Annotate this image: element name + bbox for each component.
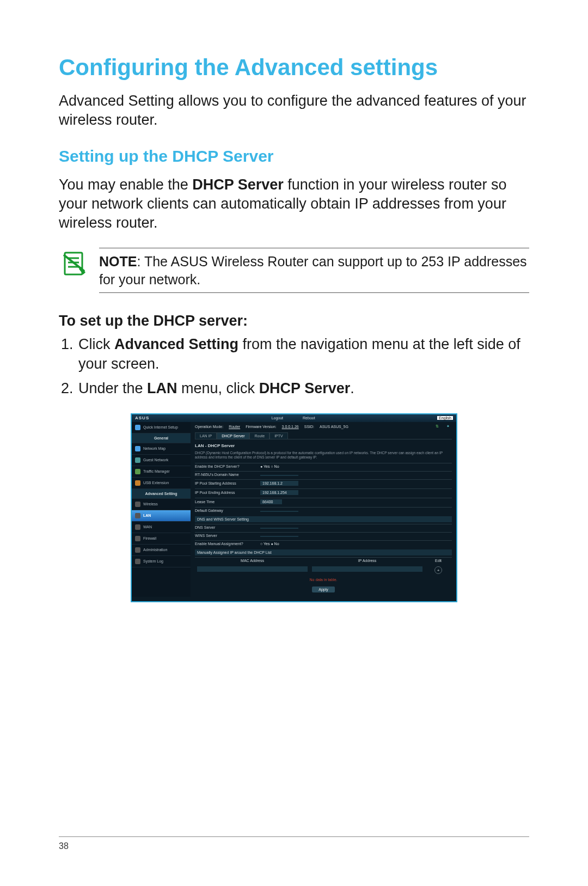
tab-lan-ip[interactable]: LAN IP — [195, 432, 217, 439]
op-mode-label: Operation Mode: — [195, 425, 223, 429]
para2-bold: DHCP Server — [192, 176, 284, 193]
sidebar-label: Guest Network — [143, 458, 168, 462]
sidebar-label: Wireless — [143, 502, 158, 506]
ssid-label: SSID: — [304, 425, 314, 429]
dns-label: DNS Server — [195, 526, 260, 529]
manual-assign-label: Enable Manual Assignment? — [195, 542, 260, 546]
sidebar-label: Firewall — [143, 536, 156, 540]
language-select[interactable]: English — [437, 416, 453, 420]
step-num: 2. — [61, 379, 78, 398]
sidebar-lan[interactable]: LAN — [132, 510, 191, 522]
sidebar-label: Network Map — [143, 447, 166, 450]
dns-input[interactable] — [260, 528, 298, 529]
sidebar-label: Quick Internet Setup — [143, 425, 178, 429]
wins-input[interactable] — [260, 536, 298, 537]
step-list: 1. Click Advanced Setting from the navig… — [61, 335, 529, 398]
step-num: 1. — [61, 335, 78, 373]
lease-label: Lease Time — [195, 500, 260, 504]
sidebar-quick-setup[interactable]: Quick Internet Setup — [132, 422, 191, 433]
add-row-button[interactable]: + — [434, 566, 442, 574]
col-edit: Edit — [425, 559, 452, 563]
panel-title: LAN - DHCP Server — [195, 443, 452, 448]
dns-section-header: DNS and WINS Server Setting — [195, 516, 452, 522]
note-block: NOTE: The ASUS Wireless Router can suppo… — [59, 248, 529, 293]
ip-input[interactable] — [312, 566, 422, 572]
step2-pre: Under the — [78, 380, 147, 396]
enable-dhcp-radio[interactable]: ● Yes ○ No — [260, 465, 452, 468]
fw-label: Firmware Version: — [246, 425, 276, 429]
brand-logo: ASUS — [135, 415, 149, 420]
procedure-heading: To set up the DHCP server: — [59, 313, 529, 329]
sidebar-label: System Log — [143, 559, 163, 563]
ip-start-label: IP Pool Starting Address — [195, 481, 260, 485]
mac-input[interactable] — [197, 566, 308, 572]
sidebar-label: Traffic Manager — [143, 469, 170, 473]
sidebar-network-map[interactable]: Network Map — [132, 443, 191, 455]
sidebar-wan[interactable]: WAN — [132, 522, 191, 533]
sidebar-label: WAN — [143, 525, 152, 529]
sidebar-usb-extension[interactable]: USB Extension — [132, 478, 191, 489]
step2-mid: menu, click — [177, 380, 259, 396]
dhcp-paragraph: You may enable the DHCP Server function … — [59, 175, 529, 233]
domain-input[interactable] — [260, 475, 298, 476]
gateway-input[interactable] — [260, 511, 298, 512]
main-panel: Operation Mode: Router Firmware Version:… — [191, 422, 456, 597]
wins-label: WINS Server — [195, 534, 260, 537]
apply-button[interactable]: Apply — [312, 586, 335, 592]
para2-pre: You may enable the — [59, 176, 192, 193]
gateway-label: Default Gateway — [195, 509, 260, 512]
step1-pre: Click — [78, 336, 114, 352]
note-text: NOTE: The ASUS Wireless Router can suppo… — [99, 248, 529, 293]
note-label: NOTE — [99, 254, 137, 269]
sidebar-administration[interactable]: Administration — [132, 545, 191, 556]
sidebar-wireless[interactable]: Wireless — [132, 499, 191, 510]
ip-end-label: IP Pool Ending Address — [195, 491, 260, 494]
enable-dhcp-label: Enable the DHCP Server? — [195, 465, 260, 468]
step-1: 1. Click Advanced Setting from the navig… — [61, 335, 529, 373]
note-body: : The ASUS Wireless Router can support u… — [99, 254, 527, 287]
sidebar-label: USB Extension — [143, 481, 169, 485]
col-mac: MAC Address — [195, 559, 310, 563]
ip-end-input[interactable]: 192.168.1.254 — [260, 490, 298, 495]
step-2: 2. Under the LAN menu, click DHCP Server… — [61, 379, 529, 398]
usb-status-icon: ⇅ — [436, 424, 441, 430]
tab-dhcp-server[interactable]: DHCP Server — [217, 432, 249, 439]
ip-start-input[interactable]: 192.168.1.2 — [260, 481, 298, 486]
heading-sub: Setting up the DHCP Server — [59, 147, 529, 166]
sidebar-traffic-manager[interactable]: Traffic Manager — [132, 466, 191, 478]
intro-paragraph: Advanced Setting allows you to configure… — [59, 91, 529, 130]
domain-label: RT-N65U's Domain Name — [195, 473, 260, 476]
note-icon — [59, 248, 89, 278]
manual-ip-section-header: Manually Assigned IP around the DHCP Lis… — [195, 549, 452, 555]
logout-button[interactable]: Logout — [272, 416, 283, 420]
sidebar-label: Administration — [143, 548, 167, 552]
tab-bar: LAN IP DHCP Server Route IPTV — [195, 432, 452, 439]
sidebar-system-log[interactable]: System Log — [132, 556, 191, 567]
manual-assign-radio[interactable]: ○ Yes ● No — [260, 542, 452, 546]
step1-bold: Advanced Setting — [114, 336, 238, 352]
op-mode-value[interactable]: Router — [229, 425, 240, 429]
step2-post: . — [350, 380, 354, 396]
sidebar-general-header: General — [132, 433, 191, 443]
step2-b1: LAN — [147, 380, 177, 396]
sidebar-guest-network[interactable]: Guest Network — [132, 455, 191, 466]
lease-input[interactable]: 86400 — [260, 499, 282, 504]
sidebar-firewall[interactable]: Firewall — [132, 533, 191, 545]
footer-rule — [59, 836, 529, 837]
reboot-button[interactable]: Reboot — [303, 416, 315, 420]
fw-value[interactable]: 3.0.0.1.26 — [282, 425, 299, 429]
left-sidebar: Quick Internet Setup General Network Map… — [132, 422, 191, 597]
no-data-text: No data in table. — [195, 577, 452, 583]
sidebar-label: LAN — [143, 514, 151, 517]
tab-route[interactable]: Route — [249, 432, 270, 439]
heading-main: Configuring the Advanced settings — [59, 54, 529, 81]
tab-iptv[interactable]: IPTV — [270, 432, 288, 439]
ssid-value: ASUS ASUS_5G — [320, 425, 348, 429]
panel-description: DHCP (Dynamic Host Configuration Protoco… — [195, 451, 452, 460]
col-ip: IP Address — [310, 559, 425, 563]
step2-b2: DHCP Server — [259, 380, 351, 396]
sidebar-advanced-header: Advanced Setting — [132, 489, 191, 499]
page-number: 38 — [59, 841, 69, 851]
network-status-icon: ✦ — [446, 424, 452, 430]
router-ui-screenshot: ASUS Logout Reboot English Quick Interne… — [131, 413, 457, 603]
